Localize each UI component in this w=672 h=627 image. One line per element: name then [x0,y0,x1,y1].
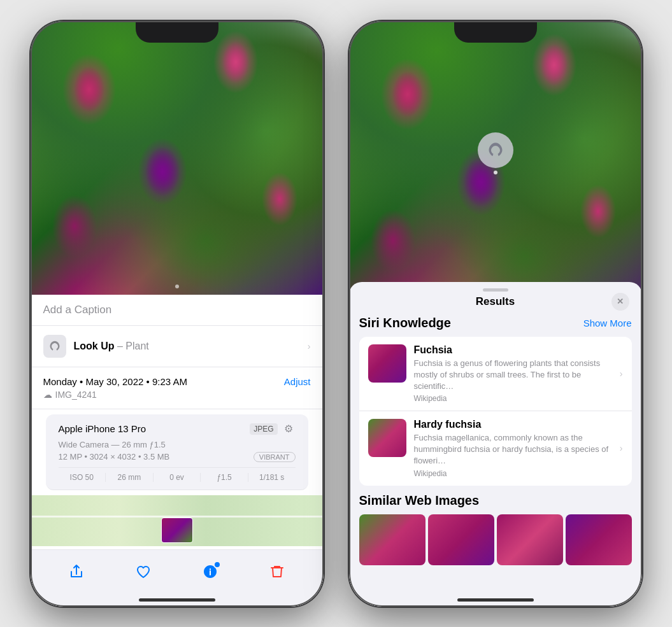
lookup-row[interactable]: Look Up – Plant › [31,326,324,367]
knowledge-item-fuchsia[interactable]: Fuchsia Fuchsia is a genus of flowering … [359,337,632,412]
cloud-icon: ☁ [43,390,52,400]
fuchsia-source: Wikipedia [414,394,623,403]
home-indicator [139,598,215,602]
fuchsia-thumbnail [368,344,406,383]
knowledge-card: Fuchsia Fuchsia is a genus of flowering … [359,337,632,486]
similar-section: Similar Web Images [359,493,632,565]
camera-header: Apple iPhone 13 Pro JPEG ⚙ [59,422,296,436]
show-more-button[interactable]: Show More [583,318,632,328]
camera-badges: JPEG ⚙ [250,422,295,436]
camera-model: Apple iPhone 13 Pro [59,423,147,434]
notch [136,21,218,43]
results-title: Results [476,295,515,308]
caption-placeholder[interactable]: Add a Caption [43,304,112,316]
share-icon [69,564,84,579]
siri-button[interactable] [478,132,513,168]
heart-icon [136,564,151,579]
fuchsia-name: Fuchsia [414,344,623,356]
exif-aperture: ƒ1.5 [201,473,248,482]
date-row: Monday • May 30, 2022 • 9:23 AM Adjust [43,376,311,387]
hardy-name: Hardy fuchsia [414,419,623,430]
camera-specs-text: 12 MP • 3024 × 4032 • 3.5 MB [59,452,170,461]
siri-knowledge-header: Siri Knowledge Show More [359,316,632,330]
knowledge-item-hardy[interactable]: Hardy fuchsia Fuchsia magellanica, commo… [359,411,632,486]
hardy-thumb-image [368,419,406,457]
info-section: Monday • May 30, 2022 • 9:23 AM Adjust ☁… [31,367,324,409]
siri-dot [494,171,497,174]
hardy-info: Hardy fuchsia Fuchsia magellanica, commo… [414,419,623,478]
hardy-source: Wikipedia [414,469,623,478]
fuchsia-info: Fuchsia Fuchsia is a genus of flowering … [414,344,623,404]
adjust-button[interactable]: Adjust [284,376,311,387]
results-header: Results ✕ [349,295,642,316]
gear-icon: ⚙ [282,422,296,436]
page-indicator [175,285,179,288]
map-thumbnail [161,518,193,543]
leaf-icon [48,340,61,353]
camera-lens: Wide Camera — 26 mm ƒ1.5 [59,440,296,449]
home-indicator-right [457,598,534,602]
lookup-chevron: › [308,341,311,351]
camera-section-wrapper: Apple iPhone 13 Pro JPEG ⚙ Wide Camera —… [38,414,316,490]
drag-handle[interactable] [483,288,508,292]
notch-right [454,21,537,43]
fuchsia-chevron: › [620,369,623,379]
results-content[interactable]: Siri Knowledge Show More Fuchsia Fuchsia… [349,316,642,607]
exif-shutter: 1/181 s [248,473,296,482]
delete-button[interactable] [263,558,291,586]
right-screen: Results ✕ Siri Knowledge Show More [349,21,642,607]
exif-focal: 26 mm [106,473,154,482]
hardy-desc: Fuchsia magellanica, commonly known as t… [414,432,623,467]
camera-specs-row: 12 MP • 3024 × 4032 • 3.5 MB VIBRANT [59,452,296,462]
map-area[interactable] [31,495,324,546]
date-label: Monday • May 30, 2022 • 9:23 AM [43,376,187,387]
close-button[interactable]: ✕ [611,293,629,311]
trash-icon [269,564,285,579]
camera-section: Apple iPhone 13 Pro JPEG ⚙ Wide Camera —… [46,414,308,490]
results-panel: Results ✕ Siri Knowledge Show More [349,282,642,607]
similar-images-row [359,514,632,565]
flower-image [31,21,324,295]
photo-area[interactable] [31,21,324,295]
similar-image-4[interactable] [566,514,632,565]
siri-knowledge-title: Siri Knowledge [359,316,451,330]
phones-container: Add a Caption Look Up – Plant › Monday •… [31,21,642,607]
left-phone: Add a Caption Look Up – Plant › Monday •… [31,21,324,607]
exif-ev: 0 ev [154,473,201,482]
hardy-thumbnail [368,419,406,457]
lookup-icon [43,335,66,358]
filename-row: ☁ IMG_4241 [43,390,311,400]
favorite-button[interactable] [129,558,157,586]
caption-area[interactable]: Add a Caption [31,295,324,326]
hardy-chevron: › [620,443,623,453]
fuchsia-desc: Fuchsia is a genus of flowering plants t… [414,358,623,393]
right-phone: Results ✕ Siri Knowledge Show More [349,21,642,607]
similar-image-1[interactable] [359,514,425,565]
info-button[interactable] [196,558,224,586]
vibrant-badge: VIBRANT [254,452,296,462]
filename: IMG_4241 [55,390,97,400]
similar-title: Similar Web Images [359,493,632,508]
lookup-label: Look Up – Plant [74,341,149,352]
siri-leaf-icon [487,141,504,159]
left-screen: Add a Caption Look Up – Plant › Monday •… [31,21,324,607]
info-badge [213,561,221,568]
jpeg-badge: JPEG [250,423,277,435]
similar-image-2[interactable] [428,514,494,565]
fuchsia-thumb-image [368,344,406,383]
share-button[interactable] [62,558,90,586]
close-icon: ✕ [617,297,624,306]
similar-image-3[interactable] [497,514,563,565]
exif-iso: ISO 50 [59,473,106,482]
exif-row: ISO 50 26 mm 0 ev ƒ1.5 1/181 s [59,467,296,482]
right-photo-area[interactable] [349,21,642,314]
